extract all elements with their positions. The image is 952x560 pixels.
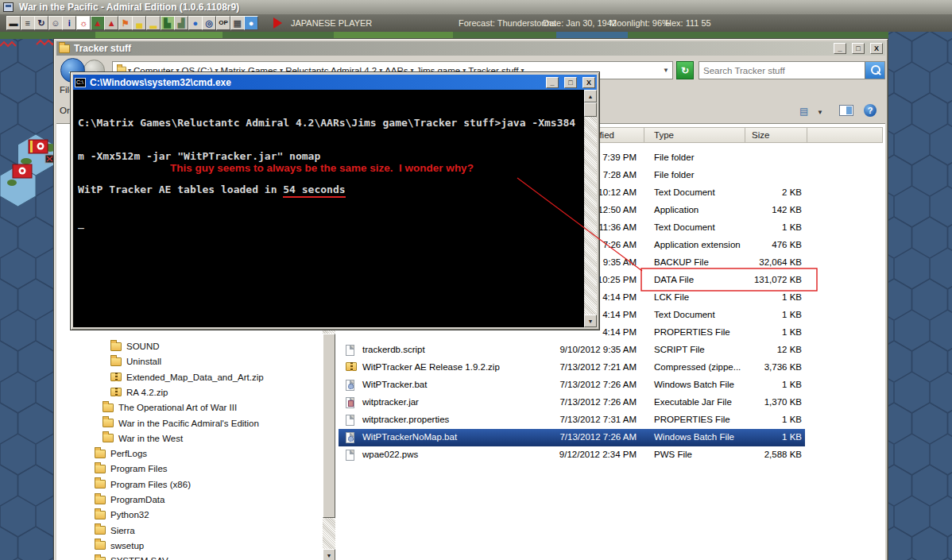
naval-ship-icon[interactable]: ▄ <box>132 16 146 30</box>
tree-item-label: Extended_Map_Data_and_Art.zip <box>126 373 264 382</box>
save-icon[interactable]: ▬ <box>6 16 21 30</box>
folder-icon <box>95 496 106 504</box>
zip-icon <box>110 373 122 381</box>
file-size: 2,588 KB <box>680 450 802 459</box>
tree-item-label: Uninstall <box>126 357 161 366</box>
cmd-scrollbar-thumb[interactable] <box>584 102 597 117</box>
status-moonlight: Moonlight: 96% <box>610 18 670 28</box>
tree-item[interactable]: Uninstall <box>110 354 161 369</box>
submarine-icon[interactable]: ▂ <box>146 16 161 30</box>
intel-face-icon[interactable]: ☺ <box>48 16 63 30</box>
japan-flag-icon[interactable]: ☼ <box>76 16 91 30</box>
amphibious-icon[interactable]: ▟ <box>174 16 188 30</box>
tree-item[interactable]: The Operational Art of War III <box>103 400 237 415</box>
file-name: WitPTrackerNoMap.bat <box>362 432 457 442</box>
page-icon <box>346 397 354 408</box>
end-turn-play-button[interactable] <box>273 17 282 29</box>
air-transfer-icon[interactable]: ▲ <box>104 16 118 30</box>
help-icon[interactable]: ? <box>864 104 877 117</box>
column-header-blank[interactable] <box>807 127 883 143</box>
industry-icon[interactable]: ▦ <box>230 16 245 30</box>
game-titlebar: War in the Pacific - Admiral Edition (1.… <box>0 0 952 14</box>
tree-scrollbar-thumb[interactable] <box>323 334 335 518</box>
game-toolbar: ▬≡↻☺i☼▲▲⚑▄▂▙▟●◎OP▦● JAPANESE PLAYER Fore… <box>0 14 952 32</box>
column-header-size[interactable]: Size <box>745 127 807 143</box>
objective-flag-icon[interactable]: ⚑ <box>118 16 133 30</box>
cmd-minimize-button[interactable]: _ <box>546 77 559 88</box>
tree-item[interactable]: SOUND <box>110 339 160 353</box>
globe-icon[interactable]: ● <box>188 16 203 30</box>
search-icon[interactable] <box>865 62 884 79</box>
tree-item[interactable]: Extended_Map_Data_and_Art.zip <box>110 370 264 384</box>
address-history-caret-icon[interactable]: ▼ <box>663 67 669 74</box>
folder-icon <box>95 480 106 489</box>
file-name: wpae022.pws <box>362 450 418 459</box>
air-combat-icon[interactable]: ▲ <box>91 16 105 30</box>
folder-icon <box>59 44 70 53</box>
weather-icon[interactable]: ● <box>244 16 258 30</box>
page-icon <box>346 380 354 391</box>
tree-item[interactable]: PerfLogs <box>95 446 147 461</box>
file-row[interactable]: witptracker.jar7/13/2012 7:26 AMExecutab… <box>339 394 805 411</box>
maximize-button[interactable]: □ <box>852 43 865 54</box>
preview-pane-icon[interactable] <box>839 105 853 116</box>
file-row[interactable]: trackerdb.script9/10/2012 9:35 AMSCRIPT … <box>339 342 805 359</box>
tree-item-label: PerfLogs <box>110 449 147 458</box>
tree-item[interactable]: SYSTEM.SAV <box>95 554 168 560</box>
file-size: 1 KB <box>680 327 802 337</box>
search-box[interactable] <box>699 61 885 79</box>
cmd-titlebar[interactable]: C:\Windows\system32\cmd.exe _ □ X <box>73 75 597 90</box>
tree-item[interactable]: RA 4.2.zip <box>110 385 168 400</box>
tree-item[interactable]: Program Files <box>95 462 168 476</box>
file-size: 142 KB <box>680 205 802 214</box>
explorer-titlebar[interactable]: Tracker stuff _ □ X <box>56 41 885 56</box>
file-row[interactable]: WitPTracker AE Release 1.9.2.zip7/13/201… <box>339 359 805 377</box>
turn-clock-icon[interactable]: ↻ <box>34 16 48 30</box>
cmd-close-button[interactable]: X <box>582 77 595 88</box>
views-icon[interactable]: ▤ <box>799 106 812 116</box>
file-size: 2 KB <box>680 187 802 197</box>
tree-item-label: War in the Pacific Admiral's Edition <box>118 419 259 428</box>
file-row[interactable]: witptracker.properties7/13/2012 7:31 AMP… <box>339 411 805 429</box>
cmd-maximize-button[interactable]: □ <box>564 77 577 88</box>
folder-icon <box>95 541 106 550</box>
tree-item[interactable]: War in the West <box>103 431 183 446</box>
file-date: 7/13/2012 7:26 AM <box>509 432 637 442</box>
scroll-down-icon[interactable]: ▼ <box>323 549 335 560</box>
tree-item[interactable]: swsetup <box>95 539 144 553</box>
file-type: File folder <box>654 170 801 180</box>
console-line: C:\Matrix Games\Reluctantc Admiral 4.2\A… <box>78 118 578 129</box>
file-row[interactable]: WitPTrackerNoMap.bat7/13/2012 7:26 AMWin… <box>339 429 805 446</box>
file-row[interactable]: WitPTracker.bat7/13/2012 7:26 AMWindows … <box>339 377 805 394</box>
file-row[interactable]: wpae022.pws9/12/2012 2:34 PMPWS File2,58… <box>339 446 805 464</box>
land-forces-icon[interactable]: ▙ <box>161 16 175 30</box>
tree-item-label: swsetup <box>110 541 144 550</box>
report-icon[interactable]: ≡ <box>21 16 35 30</box>
cmd-console[interactable]: C:\Matrix Games\Reluctantc Admiral 4.2\A… <box>73 90 597 327</box>
tree-item-label: RA 4.2.zip <box>126 388 168 397</box>
cmd-scrollbar[interactable]: ▲ ▼ <box>584 90 597 327</box>
game-title: War in the Pacific - Admiral Edition (1.… <box>19 2 239 13</box>
tree-item[interactable]: ProgramData <box>95 492 164 507</box>
cmd-title: C:\Windows\system32\cmd.exe <box>90 77 540 88</box>
minimize-button[interactable]: _ <box>834 43 846 54</box>
tree-item[interactable]: Program Files (x86) <box>95 477 191 492</box>
cmd-scroll-up-icon[interactable]: ▲ <box>584 90 597 102</box>
views-caret-icon[interactable]: ▼ <box>817 109 823 116</box>
explorer-title: Tracker stuff <box>74 43 828 54</box>
globe-target-icon[interactable]: ◎ <box>202 16 216 30</box>
tree-item[interactable]: Sierra <box>95 523 135 538</box>
file-size: 1 KB <box>680 432 802 442</box>
close-button[interactable]: X <box>870 43 883 54</box>
tree-item[interactable]: War in the Pacific Admiral's Edition <box>103 416 259 431</box>
column-header-type[interactable]: Type <box>644 127 745 143</box>
search-input[interactable] <box>699 66 865 75</box>
screen: War in the Pacific - Admiral Edition (1.… <box>0 0 952 560</box>
cmd-scroll-down-icon[interactable]: ▼ <box>584 315 597 327</box>
refresh-button[interactable]: ↻ <box>676 61 694 79</box>
operations-icon[interactable]: OP <box>216 16 230 30</box>
tree-item[interactable]: Python32 <box>95 508 149 522</box>
page-icon <box>346 345 354 356</box>
info-icon[interactable]: i <box>62 16 76 30</box>
tree-item-label: Program Files <box>110 464 168 473</box>
